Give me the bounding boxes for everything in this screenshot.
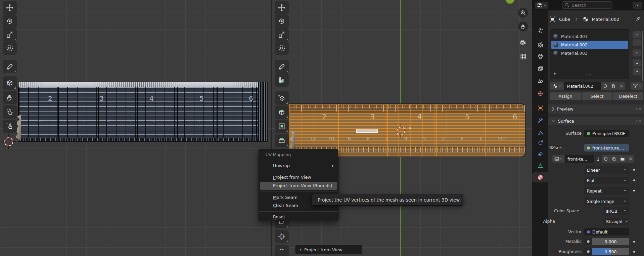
editor-type-button[interactable] bbox=[535, 2, 548, 9]
tab-material[interactable] bbox=[532, 172, 548, 182]
color-space-dropdown[interactable]: sRGB bbox=[603, 207, 629, 215]
add-cube-tool[interactable] bbox=[275, 91, 289, 105]
select-button[interactable]: Select bbox=[582, 92, 612, 100]
move-slot-up-button[interactable] bbox=[633, 59, 641, 67]
menu-item-project-from-view-bounds[interactable]: Project from View (Bounds) bbox=[260, 182, 337, 190]
socket-toggle[interactable] bbox=[584, 238, 592, 245]
tab-scene[interactable] bbox=[532, 75, 548, 85]
move-tool[interactable] bbox=[275, 1, 289, 14]
pinch-tool[interactable] bbox=[3, 120, 17, 133]
drag-grip-icon[interactable] bbox=[636, 108, 641, 110]
pan-hand-icon[interactable] bbox=[518, 22, 528, 32]
add-material-slot-button[interactable]: + bbox=[633, 31, 641, 38]
scale-tool[interactable] bbox=[3, 28, 17, 41]
metallic-slider[interactable]: 0.000 bbox=[584, 238, 629, 245]
tab-view-layer[interactable] bbox=[532, 63, 548, 74]
list-filter-expander[interactable] bbox=[554, 72, 556, 75]
tab-modifiers[interactable] bbox=[532, 115, 548, 125]
surface-panel-header[interactable]: Surface bbox=[548, 117, 644, 125]
base-color-texture-button[interactable]: front-texture.... bbox=[584, 144, 629, 152]
operator-panel[interactable]: Project from View bbox=[295, 245, 362, 254]
alpha-dropdown[interactable]: Straight bbox=[603, 218, 629, 225]
keyframe-dot[interactable] bbox=[633, 251, 635, 253]
extrude-tool[interactable] bbox=[275, 105, 289, 119]
material-slot-1[interactable]: Material.002 bbox=[551, 41, 628, 49]
panel-scrollbar[interactable] bbox=[642, 31, 643, 81]
panel-options-button[interactable] bbox=[633, 2, 642, 9]
annotate-tool[interactable] bbox=[275, 60, 289, 73]
tab-object-data[interactable] bbox=[532, 161, 548, 171]
new-image-button[interactable] bbox=[610, 155, 618, 163]
unlink-image-button[interactable] bbox=[627, 155, 634, 163]
new-material-button[interactable] bbox=[609, 82, 617, 90]
unlink-material-button[interactable] bbox=[617, 82, 625, 90]
keyframe-dot[interactable] bbox=[633, 169, 635, 171]
move-slot-down-button[interactable] bbox=[633, 68, 641, 75]
tab-particles[interactable] bbox=[532, 127, 548, 137]
uv-ruler-mesh[interactable]: 2 3 4 5 6 11 10 9 8 7 6 5 4 3 2 bbox=[18, 82, 267, 141]
rotate-tool[interactable] bbox=[3, 14, 17, 28]
rotate-tool[interactable] bbox=[275, 14, 289, 28]
transform-tool[interactable] bbox=[3, 41, 17, 55]
roughness-slider[interactable]: 0.500 bbox=[584, 248, 629, 255]
breadcrumb-material[interactable]: Material.002 bbox=[592, 17, 619, 22]
source-dropdown[interactable]: Single Image bbox=[584, 198, 629, 205]
menu-item-reset[interactable]: Reset bbox=[260, 213, 337, 221]
remove-material-slot-button[interactable]: − bbox=[633, 39, 641, 46]
left-3d-viewport[interactable]: 2 3 4 5 6 11 10 9 8 7 6 5 4 3 2 bbox=[0, 0, 271, 256]
menu-item-unwrap[interactable]: Unwrap bbox=[260, 162, 337, 170]
use-nodes-button[interactable] bbox=[631, 82, 643, 90]
vector-button[interactable]: Default bbox=[584, 228, 629, 236]
tweak-tool[interactable] bbox=[3, 105, 17, 119]
tab-output[interactable] bbox=[532, 51, 548, 61]
grid-icon[interactable] bbox=[518, 51, 528, 61]
measure-tool[interactable] bbox=[275, 73, 289, 87]
projection-dropdown[interactable]: Flat bbox=[584, 177, 629, 184]
interpolation-dropdown[interactable]: Linear bbox=[584, 166, 629, 174]
scale-tool[interactable] bbox=[275, 28, 289, 41]
material-name-field[interactable]: Material.002 bbox=[564, 82, 601, 90]
fake-user-button[interactable] bbox=[602, 155, 610, 163]
resize-grip-icon[interactable] bbox=[586, 74, 591, 77]
keyframe-dot[interactable] bbox=[633, 190, 635, 191]
breadcrumb-object[interactable]: Cube bbox=[559, 17, 570, 22]
tab-world[interactable] bbox=[532, 88, 548, 98]
grab-tool[interactable] bbox=[3, 91, 17, 104]
preview-panel-header[interactable]: Preview bbox=[548, 104, 644, 114]
inset-tool[interactable] bbox=[275, 120, 289, 133]
tab-render[interactable] bbox=[532, 40, 548, 50]
rip-tool[interactable] bbox=[275, 230, 289, 243]
annotate-tool[interactable] bbox=[3, 60, 17, 73]
tab-object[interactable] bbox=[532, 103, 548, 113]
cube-tool[interactable] bbox=[3, 76, 17, 90]
nav-gizmo-axis[interactable] bbox=[505, 0, 515, 4]
search-input[interactable] bbox=[572, 3, 605, 8]
drag-grip-icon[interactable] bbox=[636, 120, 641, 122]
zoom-icon[interactable] bbox=[518, 8, 528, 18]
fake-user-button[interactable] bbox=[601, 82, 609, 90]
pin-icon[interactable] bbox=[635, 16, 641, 22]
browse-image-button[interactable] bbox=[552, 155, 565, 163]
browse-material-button[interactable] bbox=[550, 82, 564, 90]
edge-slide-tool[interactable] bbox=[275, 245, 289, 256]
deselect-button[interactable]: Deselect bbox=[613, 92, 643, 100]
keyframe-dot[interactable] bbox=[633, 179, 635, 181]
keyframe-dot[interactable] bbox=[633, 241, 635, 243]
surface-shader-button[interactable]: Principled BSDF bbox=[584, 130, 629, 137]
image-name-field[interactable]: front-te... bbox=[565, 155, 594, 163]
bevel-tool[interactable] bbox=[275, 134, 289, 147]
tab-tool[interactable] bbox=[532, 25, 548, 35]
material-slot-0[interactable]: Material.001 bbox=[551, 32, 628, 41]
transform-tool[interactable] bbox=[275, 41, 289, 55]
image-users-count[interactable]: 2 bbox=[594, 155, 602, 163]
material-specials-button[interactable] bbox=[633, 49, 641, 56]
extension-dropdown[interactable]: Repeat bbox=[584, 187, 629, 195]
tab-constraints[interactable] bbox=[532, 149, 548, 159]
search-box[interactable] bbox=[562, 1, 612, 9]
camera-icon[interactable] bbox=[518, 37, 528, 47]
assign-button[interactable]: Assign bbox=[550, 92, 581, 100]
socket-toggle[interactable] bbox=[584, 248, 592, 255]
move-tool[interactable] bbox=[3, 1, 17, 14]
material-slot-2[interactable]: Material.003 bbox=[551, 49, 628, 57]
open-image-button[interactable] bbox=[618, 155, 627, 163]
